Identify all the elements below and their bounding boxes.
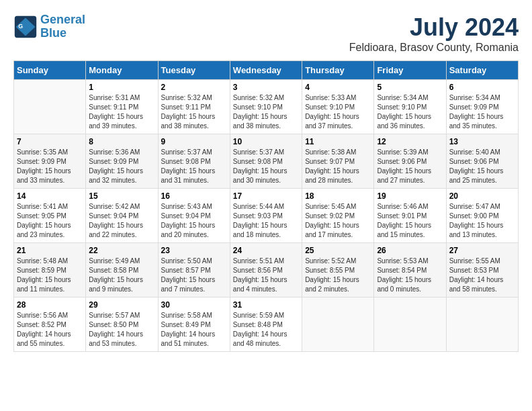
- header-row: Sunday Monday Tuesday Wednesday Thursday…: [14, 61, 519, 80]
- calendar-cell: 23Sunrise: 5:50 AM Sunset: 8:57 PM Dayli…: [158, 243, 230, 298]
- day-info: Sunrise: 5:33 AM Sunset: 9:10 PM Dayligh…: [305, 93, 371, 131]
- day-number: 9: [161, 137, 227, 146]
- day-number: 17: [233, 191, 299, 201]
- day-number: 1: [89, 83, 154, 92]
- day-info: Sunrise: 5:34 AM Sunset: 9:09 PM Dayligh…: [449, 93, 515, 131]
- day-info: Sunrise: 5:50 AM Sunset: 8:57 PM Dayligh…: [161, 257, 227, 294]
- day-number: 21: [17, 246, 83, 255]
- day-info: Sunrise: 5:42 AM Sunset: 9:04 PM Dayligh…: [89, 202, 154, 240]
- subtitle: Feldioara, Brasov County, Romania: [349, 42, 519, 54]
- day-info: Sunrise: 5:37 AM Sunset: 9:08 PM Dayligh…: [161, 148, 227, 185]
- calendar-cell: 12Sunrise: 5:39 AM Sunset: 9:06 PM Dayli…: [374, 134, 446, 189]
- logo-text-line2: Blue: [40, 27, 85, 40]
- calendar-cell: 26Sunrise: 5:53 AM Sunset: 8:54 PM Dayli…: [374, 243, 446, 298]
- day-number: 12: [377, 137, 443, 146]
- day-number: 18: [305, 191, 371, 201]
- logo-text-line1: General: [40, 13, 85, 27]
- day-info: Sunrise: 5:41 AM Sunset: 9:05 PM Dayligh…: [17, 202, 83, 240]
- day-number: 3: [233, 83, 299, 92]
- day-number: 2: [161, 83, 227, 92]
- calendar-table: Sunday Monday Tuesday Wednesday Thursday…: [13, 60, 519, 352]
- col-tuesday: Tuesday: [158, 61, 230, 80]
- calendar-cell: 7Sunrise: 5:35 AM Sunset: 9:09 PM Daylig…: [14, 134, 86, 189]
- day-info: Sunrise: 5:31 AM Sunset: 9:11 PM Dayligh…: [89, 93, 154, 131]
- calendar-cell: 4Sunrise: 5:33 AM Sunset: 9:10 PM Daylig…: [302, 80, 374, 134]
- col-friday: Friday: [374, 61, 446, 80]
- day-number: 11: [305, 137, 371, 146]
- day-number: 31: [233, 300, 299, 310]
- day-info: Sunrise: 5:52 AM Sunset: 8:55 PM Dayligh…: [305, 257, 371, 294]
- day-info: Sunrise: 5:47 AM Sunset: 9:00 PM Dayligh…: [449, 202, 515, 240]
- day-number: 19: [377, 191, 443, 201]
- calendar-cell: [374, 298, 446, 352]
- col-thursday: Thursday: [302, 61, 374, 80]
- col-saturday: Saturday: [446, 61, 518, 80]
- day-number: 5: [377, 83, 443, 92]
- calendar-cell: 27Sunrise: 5:55 AM Sunset: 8:53 PM Dayli…: [446, 243, 518, 298]
- day-info: Sunrise: 5:36 AM Sunset: 9:09 PM Dayligh…: [89, 148, 154, 185]
- calendar-cell: 28Sunrise: 5:56 AM Sunset: 8:52 PM Dayli…: [14, 298, 86, 352]
- day-info: Sunrise: 5:51 AM Sunset: 8:56 PM Dayligh…: [233, 257, 299, 294]
- day-info: Sunrise: 5:57 AM Sunset: 8:50 PM Dayligh…: [89, 311, 154, 349]
- day-info: Sunrise: 5:38 AM Sunset: 9:07 PM Dayligh…: [305, 148, 371, 185]
- day-number: 6: [449, 83, 515, 92]
- day-info: Sunrise: 5:32 AM Sunset: 9:10 PM Dayligh…: [233, 93, 299, 131]
- calendar-cell: 8Sunrise: 5:36 AM Sunset: 9:09 PM Daylig…: [86, 134, 158, 189]
- day-number: 29: [89, 300, 154, 310]
- calendar-week-3: 14Sunrise: 5:41 AM Sunset: 9:05 PM Dayli…: [14, 189, 519, 243]
- day-info: Sunrise: 5:48 AM Sunset: 8:59 PM Dayligh…: [17, 257, 83, 294]
- day-info: Sunrise: 5:32 AM Sunset: 9:11 PM Dayligh…: [161, 93, 227, 131]
- svg-text:G: G: [18, 23, 23, 30]
- main-title: July 2024: [349, 13, 519, 42]
- calendar-cell: 2Sunrise: 5:32 AM Sunset: 9:11 PM Daylig…: [158, 80, 230, 134]
- title-area: July 2024 Feldioara, Brasov County, Roma…: [349, 13, 519, 54]
- calendar-cell: 30Sunrise: 5:58 AM Sunset: 8:49 PM Dayli…: [158, 298, 230, 352]
- calendar-cell: 9Sunrise: 5:37 AM Sunset: 9:08 PM Daylig…: [158, 134, 230, 189]
- calendar-cell: 19Sunrise: 5:46 AM Sunset: 9:01 PM Dayli…: [374, 189, 446, 243]
- calendar-cell: 29Sunrise: 5:57 AM Sunset: 8:50 PM Dayli…: [86, 298, 158, 352]
- day-number: 7: [17, 137, 83, 146]
- day-info: Sunrise: 5:55 AM Sunset: 8:53 PM Dayligh…: [449, 257, 515, 294]
- calendar-cell: 1Sunrise: 5:31 AM Sunset: 9:11 PM Daylig…: [86, 80, 158, 134]
- calendar-cell: 13Sunrise: 5:40 AM Sunset: 9:06 PM Dayli…: [446, 134, 518, 189]
- calendar-cell: [302, 298, 374, 352]
- calendar-cell: 25Sunrise: 5:52 AM Sunset: 8:55 PM Dayli…: [302, 243, 374, 298]
- day-number: 30: [161, 300, 227, 310]
- col-wednesday: Wednesday: [230, 61, 302, 80]
- day-number: 26: [377, 246, 443, 255]
- day-number: 25: [305, 246, 371, 255]
- day-info: Sunrise: 5:58 AM Sunset: 8:49 PM Dayligh…: [161, 311, 227, 349]
- day-info: Sunrise: 5:43 AM Sunset: 9:04 PM Dayligh…: [161, 202, 227, 240]
- logo: G General Blue: [13, 13, 85, 40]
- day-number: 13: [449, 137, 515, 146]
- calendar-cell: [14, 80, 86, 134]
- day-number: 15: [89, 191, 154, 201]
- day-number: 8: [89, 137, 154, 146]
- calendar-cell: 22Sunrise: 5:49 AM Sunset: 8:58 PM Dayli…: [86, 243, 158, 298]
- calendar-body: 1Sunrise: 5:31 AM Sunset: 9:11 PM Daylig…: [14, 80, 519, 352]
- day-number: 28: [17, 300, 83, 310]
- day-number: 16: [161, 191, 227, 201]
- calendar-cell: 11Sunrise: 5:38 AM Sunset: 9:07 PM Dayli…: [302, 134, 374, 189]
- calendar-week-1: 1Sunrise: 5:31 AM Sunset: 9:11 PM Daylig…: [14, 80, 519, 134]
- day-info: Sunrise: 5:49 AM Sunset: 8:58 PM Dayligh…: [89, 257, 154, 294]
- day-info: Sunrise: 5:45 AM Sunset: 9:02 PM Dayligh…: [305, 202, 371, 240]
- day-number: 23: [161, 246, 227, 255]
- day-info: Sunrise: 5:40 AM Sunset: 9:06 PM Dayligh…: [449, 148, 515, 185]
- day-info: Sunrise: 5:34 AM Sunset: 9:10 PM Dayligh…: [377, 93, 443, 131]
- calendar-header: Sunday Monday Tuesday Wednesday Thursday…: [14, 61, 519, 80]
- day-info: Sunrise: 5:56 AM Sunset: 8:52 PM Dayligh…: [17, 311, 83, 349]
- day-number: 10: [233, 137, 299, 146]
- col-sunday: Sunday: [14, 61, 86, 80]
- calendar-cell: 24Sunrise: 5:51 AM Sunset: 8:56 PM Dayli…: [230, 243, 302, 298]
- calendar-cell: 31Sunrise: 5:59 AM Sunset: 8:48 PM Dayli…: [230, 298, 302, 352]
- day-number: 4: [305, 83, 371, 92]
- calendar-week-2: 7Sunrise: 5:35 AM Sunset: 9:09 PM Daylig…: [14, 134, 519, 189]
- day-info: Sunrise: 5:53 AM Sunset: 8:54 PM Dayligh…: [377, 257, 443, 294]
- col-monday: Monday: [86, 61, 158, 80]
- calendar-week-4: 21Sunrise: 5:48 AM Sunset: 8:59 PM Dayli…: [14, 243, 519, 298]
- day-number: 20: [449, 191, 515, 201]
- calendar-cell: 17Sunrise: 5:44 AM Sunset: 9:03 PM Dayli…: [230, 189, 302, 243]
- day-info: Sunrise: 5:46 AM Sunset: 9:01 PM Dayligh…: [377, 202, 443, 240]
- day-number: 27: [449, 246, 515, 255]
